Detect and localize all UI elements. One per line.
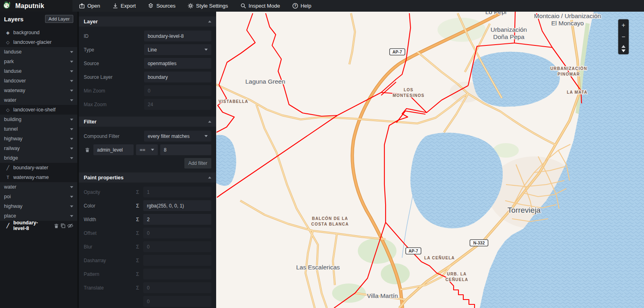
svg-text:N-332: N-332	[473, 240, 485, 245]
field-input[interactable]: rgba(255, 0, 0, 1)	[143, 200, 211, 211]
chevron-down-icon	[70, 80, 73, 82]
paint-section-header[interactable]: Paint properties	[79, 172, 216, 183]
layer-group-railway[interactable]: railway	[0, 144, 77, 153]
layer-item-background[interactable]: ◆background	[0, 28, 77, 37]
layer-group-landuse[interactable]: landuse	[0, 66, 77, 76]
field-select[interactable]: every filter matches	[144, 131, 211, 142]
chevron-down-icon	[70, 99, 73, 101]
place-label: Urbanización	[491, 26, 527, 33]
function-icon[interactable]: Σ	[136, 244, 143, 250]
field-row-min-zoom: Min Zoom0	[84, 85, 211, 96]
filter-operator-select[interactable]: ==	[136, 144, 158, 155]
layers-title: Layers	[4, 16, 23, 23]
field-input[interactable]: 0	[144, 85, 211, 96]
menu-item-label: Help	[301, 3, 312, 9]
layer-group-poi[interactable]: poi	[0, 192, 77, 201]
function-icon[interactable]: Σ	[136, 203, 143, 209]
filter-section-header[interactable]: Filter	[79, 117, 216, 127]
filter-value-input[interactable]: 8	[160, 144, 211, 155]
field-input[interactable]: 1	[143, 187, 211, 197]
map-canvas[interactable]: AP-7AP-7N-332 Lo PepiMontcaio / Urbaniza…	[216, 12, 644, 308]
menu-item-open[interactable]: Open	[79, 3, 100, 9]
menu-item-inspect-mode[interactable]: Inspect Mode	[240, 3, 280, 9]
road-shield-AP-7: AP-7	[390, 49, 405, 55]
layer-group-park[interactable]: park	[0, 57, 77, 66]
zoom-in-button[interactable]: +	[618, 19, 629, 31]
field-row-blur: BlurΣ0	[84, 241, 211, 252]
menu-item-help[interactable]: ?Help	[292, 3, 312, 9]
menu-item-style-settings[interactable]: Style Settings	[188, 3, 228, 9]
layer-list: ◆background◇landcover-glacierlandusepark…	[0, 26, 77, 230]
layer-item-landcover-glacier[interactable]: ◇landcover-glacier	[0, 37, 77, 47]
layer-group-tunnel[interactable]: tunnel	[0, 124, 77, 134]
visibility-off-icon[interactable]	[67, 223, 73, 228]
layer-group-water[interactable]: water	[0, 182, 77, 192]
export-icon	[112, 3, 118, 9]
menu-item-export[interactable]: Export	[112, 3, 136, 9]
function-icon[interactable]: Σ	[136, 217, 143, 222]
layer-label: waterway	[4, 88, 25, 93]
function-icon[interactable]: Σ	[136, 271, 143, 277]
collapse-icon	[208, 177, 211, 179]
function-icon[interactable]: Σ	[136, 285, 143, 291]
function-icon[interactable]: Σ	[136, 189, 143, 195]
field-input[interactable]: 0	[143, 241, 211, 252]
place-label: Las Escalericas	[296, 264, 340, 271]
chevron-down-icon	[70, 51, 73, 53]
field-input[interactable]: 24	[144, 99, 211, 110]
section-title: Filter	[84, 119, 97, 125]
field-input[interactable]: boundary	[144, 72, 211, 82]
layer-item-landcover-ice-shelf[interactable]: ◇landcover-ice-shelf	[0, 105, 77, 115]
field-value: 2	[147, 217, 150, 222]
menu-item-sources[interactable]: Sources	[148, 3, 175, 9]
chevron-down-icon	[70, 138, 73, 140]
field-row-translate: TranslateΣ0	[84, 282, 211, 293]
add-layer-button[interactable]: Add Layer	[45, 15, 73, 23]
add-filter-button[interactable]: Add filter	[184, 158, 211, 168]
field-input[interactable]: 0	[143, 296, 211, 307]
field-input[interactable]: 0	[143, 228, 211, 238]
layer-item-waterway-name[interactable]: Twaterway-name	[0, 172, 77, 182]
field-input[interactable]	[143, 255, 211, 266]
add-filter-row: Add filter	[84, 158, 211, 168]
road-shield-AP-7: AP-7	[406, 248, 421, 254]
text-icon: T	[6, 175, 10, 180]
pitch-toggle-button[interactable]	[618, 43, 629, 54]
function-icon[interactable]: Σ	[136, 258, 143, 263]
layer-group-highway[interactable]: highway	[0, 134, 77, 144]
layer-group-landcover[interactable]: landcover	[0, 76, 77, 86]
zoom-out-button[interactable]: −	[618, 31, 629, 43]
layer-label: highway	[4, 203, 23, 209]
field-value: 0	[147, 230, 150, 236]
layer-group-building[interactable]: building	[0, 115, 77, 124]
layer-item-boundary-level-8[interactable]: ╱boundary-level-8	[0, 221, 77, 230]
layer-group-highway[interactable]: highway	[0, 201, 77, 211]
delete-filter-icon[interactable]	[84, 147, 91, 152]
diamond-outline-icon: ◇	[6, 40, 10, 45]
function-icon[interactable]: Σ	[136, 230, 143, 236]
field-input[interactable]: openmaptiles	[144, 58, 211, 69]
chevron-down-icon	[70, 215, 73, 217]
layer-label: water	[4, 97, 17, 103]
layer-section-header[interactable]: Layer	[79, 16, 216, 27]
field-input[interactable]: 2	[143, 214, 211, 225]
layer-label: boundary-level-8	[13, 220, 51, 231]
field-input[interactable]: 0	[143, 282, 211, 293]
layer-group-waterway[interactable]: waterway	[0, 86, 77, 95]
place-label: LA CEÑUELA	[424, 255, 455, 260]
layer-item-boundary-water[interactable]: ╱boundary-water	[0, 163, 77, 172]
road-shield-N-332: N-332	[470, 240, 488, 246]
layer-group-bridge[interactable]: bridge	[0, 153, 77, 163]
field-select[interactable]: Line	[144, 44, 211, 55]
layer-group-place[interactable]: place	[0, 211, 77, 221]
chevron-down-icon	[70, 196, 73, 198]
layer-group-landuse[interactable]: landuse	[0, 47, 77, 57]
field-input[interactable]	[143, 269, 211, 279]
duplicate-icon[interactable]	[60, 223, 66, 228]
filter-field-input[interactable]: admin_level	[93, 144, 134, 155]
place-label: El Moncayo	[551, 20, 584, 27]
field-input[interactable]: boundary-level-8	[144, 31, 211, 41]
layer-group-water[interactable]: water	[0, 95, 77, 105]
menu-item-label: Export	[121, 3, 136, 9]
delete-icon[interactable]	[54, 223, 59, 228]
